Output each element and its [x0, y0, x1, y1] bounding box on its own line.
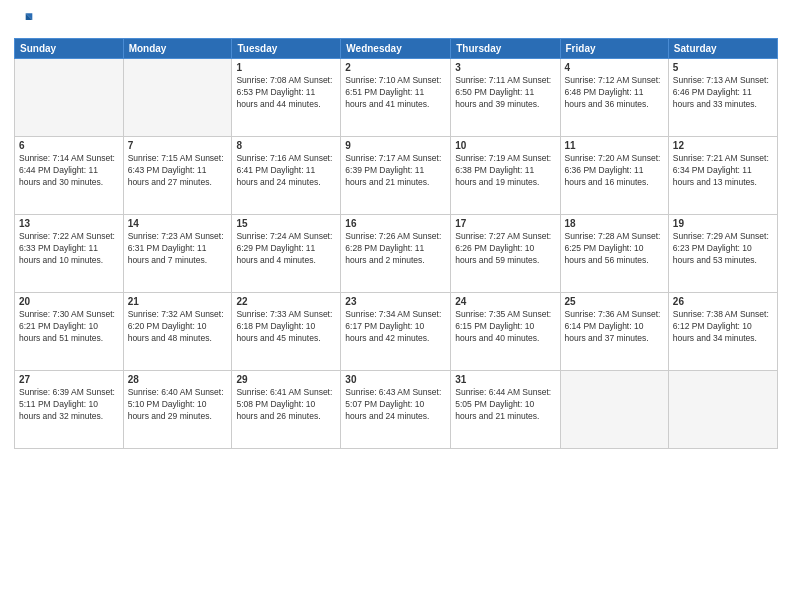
calendar-cell: 31Sunrise: 6:44 AM Sunset: 5:05 PM Dayli…: [451, 371, 560, 449]
calendar-cell: 29Sunrise: 6:41 AM Sunset: 5:08 PM Dayli…: [232, 371, 341, 449]
day-number: 27: [19, 374, 119, 385]
calendar-cell: 12Sunrise: 7:21 AM Sunset: 6:34 PM Dayli…: [668, 137, 777, 215]
calendar-cell: 18Sunrise: 7:28 AM Sunset: 6:25 PM Dayli…: [560, 215, 668, 293]
day-number: 10: [455, 140, 555, 151]
header-friday: Friday: [560, 39, 668, 59]
calendar-cell: 25Sunrise: 7:36 AM Sunset: 6:14 PM Dayli…: [560, 293, 668, 371]
day-number: 4: [565, 62, 664, 73]
day-info: Sunrise: 7:15 AM Sunset: 6:43 PM Dayligh…: [128, 153, 228, 189]
calendar-cell: [15, 59, 124, 137]
day-number: 21: [128, 296, 228, 307]
day-number: 14: [128, 218, 228, 229]
calendar-cell: 27Sunrise: 6:39 AM Sunset: 5:11 PM Dayli…: [15, 371, 124, 449]
day-info: Sunrise: 7:13 AM Sunset: 6:46 PM Dayligh…: [673, 75, 773, 111]
day-info: Sunrise: 7:12 AM Sunset: 6:48 PM Dayligh…: [565, 75, 664, 111]
day-number: 24: [455, 296, 555, 307]
day-number: 15: [236, 218, 336, 229]
calendar-week-row: 1Sunrise: 7:08 AM Sunset: 6:53 PM Daylig…: [15, 59, 778, 137]
calendar-cell: 3Sunrise: 7:11 AM Sunset: 6:50 PM Daylig…: [451, 59, 560, 137]
day-info: Sunrise: 7:08 AM Sunset: 6:53 PM Dayligh…: [236, 75, 336, 111]
day-number: 23: [345, 296, 446, 307]
day-info: Sunrise: 6:39 AM Sunset: 5:11 PM Dayligh…: [19, 387, 119, 423]
day-number: 31: [455, 374, 555, 385]
calendar-table: Sunday Monday Tuesday Wednesday Thursday…: [14, 38, 778, 449]
calendar-week-row: 20Sunrise: 7:30 AM Sunset: 6:21 PM Dayli…: [15, 293, 778, 371]
day-info: Sunrise: 7:17 AM Sunset: 6:39 PM Dayligh…: [345, 153, 446, 189]
day-number: 12: [673, 140, 773, 151]
day-info: Sunrise: 7:26 AM Sunset: 6:28 PM Dayligh…: [345, 231, 446, 267]
day-info: Sunrise: 7:10 AM Sunset: 6:51 PM Dayligh…: [345, 75, 446, 111]
day-info: Sunrise: 6:40 AM Sunset: 5:10 PM Dayligh…: [128, 387, 228, 423]
calendar-cell: 11Sunrise: 7:20 AM Sunset: 6:36 PM Dayli…: [560, 137, 668, 215]
calendar-week-row: 27Sunrise: 6:39 AM Sunset: 5:11 PM Dayli…: [15, 371, 778, 449]
calendar-cell: [668, 371, 777, 449]
day-number: 28: [128, 374, 228, 385]
calendar-cell: 26Sunrise: 7:38 AM Sunset: 6:12 PM Dayli…: [668, 293, 777, 371]
day-info: Sunrise: 7:36 AM Sunset: 6:14 PM Dayligh…: [565, 309, 664, 345]
day-number: 18: [565, 218, 664, 229]
header-monday: Monday: [123, 39, 232, 59]
day-info: Sunrise: 7:38 AM Sunset: 6:12 PM Dayligh…: [673, 309, 773, 345]
day-number: 20: [19, 296, 119, 307]
day-info: Sunrise: 7:30 AM Sunset: 6:21 PM Dayligh…: [19, 309, 119, 345]
day-info: Sunrise: 7:34 AM Sunset: 6:17 PM Dayligh…: [345, 309, 446, 345]
header-wednesday: Wednesday: [341, 39, 451, 59]
day-info: Sunrise: 6:44 AM Sunset: 5:05 PM Dayligh…: [455, 387, 555, 423]
calendar-cell: 9Sunrise: 7:17 AM Sunset: 6:39 PM Daylig…: [341, 137, 451, 215]
calendar-cell: 17Sunrise: 7:27 AM Sunset: 6:26 PM Dayli…: [451, 215, 560, 293]
calendar-cell: 24Sunrise: 7:35 AM Sunset: 6:15 PM Dayli…: [451, 293, 560, 371]
day-number: 25: [565, 296, 664, 307]
day-info: Sunrise: 7:11 AM Sunset: 6:50 PM Dayligh…: [455, 75, 555, 111]
day-info: Sunrise: 7:28 AM Sunset: 6:25 PM Dayligh…: [565, 231, 664, 267]
day-number: 8: [236, 140, 336, 151]
day-number: 3: [455, 62, 555, 73]
day-info: Sunrise: 7:35 AM Sunset: 6:15 PM Dayligh…: [455, 309, 555, 345]
day-info: Sunrise: 7:20 AM Sunset: 6:36 PM Dayligh…: [565, 153, 664, 189]
day-info: Sunrise: 7:21 AM Sunset: 6:34 PM Dayligh…: [673, 153, 773, 189]
calendar-cell: 20Sunrise: 7:30 AM Sunset: 6:21 PM Dayli…: [15, 293, 124, 371]
calendar-cell: 1Sunrise: 7:08 AM Sunset: 6:53 PM Daylig…: [232, 59, 341, 137]
calendar-cell: 23Sunrise: 7:34 AM Sunset: 6:17 PM Dayli…: [341, 293, 451, 371]
day-info: Sunrise: 6:43 AM Sunset: 5:07 PM Dayligh…: [345, 387, 446, 423]
calendar-cell: 14Sunrise: 7:23 AM Sunset: 6:31 PM Dayli…: [123, 215, 232, 293]
calendar-cell: 4Sunrise: 7:12 AM Sunset: 6:48 PM Daylig…: [560, 59, 668, 137]
day-info: Sunrise: 6:41 AM Sunset: 5:08 PM Dayligh…: [236, 387, 336, 423]
page: Sunday Monday Tuesday Wednesday Thursday…: [0, 0, 792, 612]
day-number: 9: [345, 140, 446, 151]
calendar-cell: [560, 371, 668, 449]
day-info: Sunrise: 7:16 AM Sunset: 6:41 PM Dayligh…: [236, 153, 336, 189]
day-info: Sunrise: 7:14 AM Sunset: 6:44 PM Dayligh…: [19, 153, 119, 189]
day-info: Sunrise: 7:24 AM Sunset: 6:29 PM Dayligh…: [236, 231, 336, 267]
calendar-cell: 7Sunrise: 7:15 AM Sunset: 6:43 PM Daylig…: [123, 137, 232, 215]
logo: [14, 10, 36, 30]
day-info: Sunrise: 7:22 AM Sunset: 6:33 PM Dayligh…: [19, 231, 119, 267]
day-number: 17: [455, 218, 555, 229]
calendar-cell: 15Sunrise: 7:24 AM Sunset: 6:29 PM Dayli…: [232, 215, 341, 293]
day-number: 22: [236, 296, 336, 307]
calendar-cell: 8Sunrise: 7:16 AM Sunset: 6:41 PM Daylig…: [232, 137, 341, 215]
day-number: 30: [345, 374, 446, 385]
calendar-cell: 16Sunrise: 7:26 AM Sunset: 6:28 PM Dayli…: [341, 215, 451, 293]
calendar-week-row: 6Sunrise: 7:14 AM Sunset: 6:44 PM Daylig…: [15, 137, 778, 215]
day-info: Sunrise: 7:33 AM Sunset: 6:18 PM Dayligh…: [236, 309, 336, 345]
weekday-header-row: Sunday Monday Tuesday Wednesday Thursday…: [15, 39, 778, 59]
day-number: 16: [345, 218, 446, 229]
calendar-cell: [123, 59, 232, 137]
calendar-cell: 19Sunrise: 7:29 AM Sunset: 6:23 PM Dayli…: [668, 215, 777, 293]
calendar-cell: 10Sunrise: 7:19 AM Sunset: 6:38 PM Dayli…: [451, 137, 560, 215]
day-number: 1: [236, 62, 336, 73]
calendar-cell: 22Sunrise: 7:33 AM Sunset: 6:18 PM Dayli…: [232, 293, 341, 371]
day-number: 13: [19, 218, 119, 229]
calendar-cell: 21Sunrise: 7:32 AM Sunset: 6:20 PM Dayli…: [123, 293, 232, 371]
logo-icon: [14, 10, 34, 30]
day-number: 29: [236, 374, 336, 385]
day-info: Sunrise: 7:19 AM Sunset: 6:38 PM Dayligh…: [455, 153, 555, 189]
header-saturday: Saturday: [668, 39, 777, 59]
header: [14, 10, 778, 30]
day-info: Sunrise: 7:23 AM Sunset: 6:31 PM Dayligh…: [128, 231, 228, 267]
calendar-cell: 2Sunrise: 7:10 AM Sunset: 6:51 PM Daylig…: [341, 59, 451, 137]
day-number: 5: [673, 62, 773, 73]
calendar-cell: 30Sunrise: 6:43 AM Sunset: 5:07 PM Dayli…: [341, 371, 451, 449]
day-info: Sunrise: 7:27 AM Sunset: 6:26 PM Dayligh…: [455, 231, 555, 267]
header-tuesday: Tuesday: [232, 39, 341, 59]
